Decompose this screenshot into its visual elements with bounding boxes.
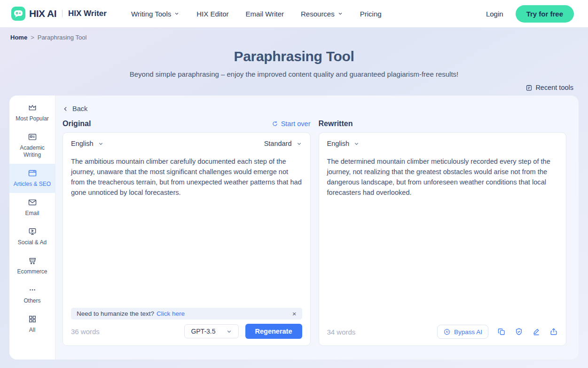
- back-button[interactable]: Back: [63, 105, 566, 112]
- rewritten-text-output: The determined mountain climber meticulo…: [327, 156, 558, 198]
- hix-logo-icon: [11, 7, 25, 21]
- shield-check-icon[interactable]: [515, 328, 523, 336]
- original-card: English Standard The ambitious mountain …: [63, 132, 311, 346]
- svg-text:AI: AI: [446, 330, 448, 333]
- brand-logo[interactable]: HIX AI: [11, 7, 56, 21]
- regenerate-button[interactable]: Regenerate: [245, 324, 302, 339]
- clipboard-icon: [525, 84, 533, 91]
- restart-icon: [272, 120, 278, 127]
- nav-hix-editor[interactable]: HIX Editor: [196, 10, 228, 18]
- divider: [62, 10, 63, 17]
- breadcrumb-current: Paraphrasing Tool: [38, 34, 87, 41]
- sidebar-item-articles-seo[interactable]: Articles & SEO: [9, 164, 55, 193]
- model-select-dropdown[interactable]: GPT-3.5: [184, 324, 238, 338]
- top-navbar: HIX AI HIX Writer Writing Tools HIX Edit…: [0, 0, 588, 27]
- chevron-down-icon: [174, 11, 180, 16]
- nav-resources[interactable]: Resources: [301, 10, 343, 18]
- sidebar-item-most-popular[interactable]: Most Popular: [9, 98, 55, 128]
- ai-badge-icon: AI: [443, 328, 451, 336]
- page-title: Paraphrasing Tool: [0, 48, 588, 64]
- rewritten-heading: Rewritten: [319, 120, 353, 128]
- edit-icon[interactable]: [532, 328, 541, 336]
- tool-panel: Most Popular Academic Writing Articles &…: [9, 96, 579, 360]
- sidebar-item-social-ad[interactable]: Social & Ad: [9, 222, 55, 251]
- humanize-prompt: Need to humanize the text?: [77, 310, 154, 317]
- start-over-button[interactable]: Start over: [272, 120, 311, 128]
- humanize-banner: Need to humanize the text? Click here ×: [71, 308, 302, 320]
- chevron-left-icon: [63, 106, 69, 112]
- sidebar-item-ecommerce[interactable]: Ecommerce: [9, 251, 55, 280]
- copy-icon[interactable]: [497, 328, 506, 336]
- login-link[interactable]: Login: [486, 10, 503, 18]
- envelope-icon: [28, 198, 37, 207]
- nav-email-writer[interactable]: Email Writer: [246, 10, 284, 18]
- nav-writing-tools[interactable]: Writing Tools: [131, 10, 180, 18]
- tool-content: Back Original Start over Rewritten: [55, 96, 579, 360]
- category-sidebar: Most Popular Academic Writing Articles &…: [9, 96, 55, 360]
- header-actions: Login Try for free: [486, 5, 574, 23]
- sidebar-item-email[interactable]: Email: [9, 193, 55, 222]
- shopping-cart-icon: [28, 256, 37, 265]
- paraphrase-mode-dropdown[interactable]: Standard: [264, 140, 302, 147]
- nav-pricing[interactable]: Pricing: [360, 10, 382, 18]
- browser-window-icon: [28, 168, 37, 178]
- original-word-count: 36 words: [71, 328, 100, 336]
- chevron-down-icon: [337, 11, 343, 16]
- breadcrumb-home[interactable]: Home: [10, 34, 27, 41]
- grid-icon: [28, 314, 37, 324]
- recent-tools-link[interactable]: Recent tools: [525, 84, 573, 91]
- rewritten-card: English The determined mountain climber …: [319, 132, 567, 346]
- chevron-down-icon: [98, 141, 104, 147]
- sidebar-item-others[interactable]: Others: [9, 280, 55, 310]
- chevron-down-icon: [353, 141, 360, 147]
- chevron-down-icon: [296, 141, 302, 147]
- original-language-dropdown[interactable]: English: [71, 140, 104, 147]
- id-card-icon: [28, 132, 37, 142]
- ellipsis-icon: [28, 285, 37, 295]
- bypass-ai-button[interactable]: AI Bypass AI: [437, 325, 488, 339]
- product-name[interactable]: HIX Writer: [68, 9, 107, 18]
- breadcrumb-separator: >: [31, 34, 34, 41]
- original-text-input[interactable]: The ambitious mountain climber carefully…: [71, 156, 302, 198]
- chevron-down-icon: [226, 328, 232, 335]
- main-nav: Writing Tools HIX Editor Email Writer Re…: [131, 10, 382, 18]
- close-icon[interactable]: ×: [292, 310, 297, 317]
- export-icon[interactable]: [549, 328, 558, 336]
- original-heading: Original: [63, 120, 91, 128]
- humanize-click-here-link[interactable]: Click here: [157, 310, 185, 317]
- rewritten-language-dropdown[interactable]: English: [327, 140, 360, 147]
- rewritten-word-count: 34 words: [327, 328, 356, 336]
- sidebar-item-all[interactable]: All: [9, 310, 55, 339]
- monitor-play-icon: [28, 227, 37, 236]
- crown-icon: [28, 103, 37, 112]
- brand-name: HIX AI: [29, 8, 56, 19]
- page-subtitle: Beyond simple paraphrasing – enjoy the i…: [0, 70, 588, 78]
- try-for-free-button[interactable]: Try for free: [516, 5, 574, 23]
- breadcrumb: Home > Paraphrasing Tool: [0, 27, 588, 41]
- sidebar-item-academic-writing[interactable]: Academic Writing: [9, 128, 55, 164]
